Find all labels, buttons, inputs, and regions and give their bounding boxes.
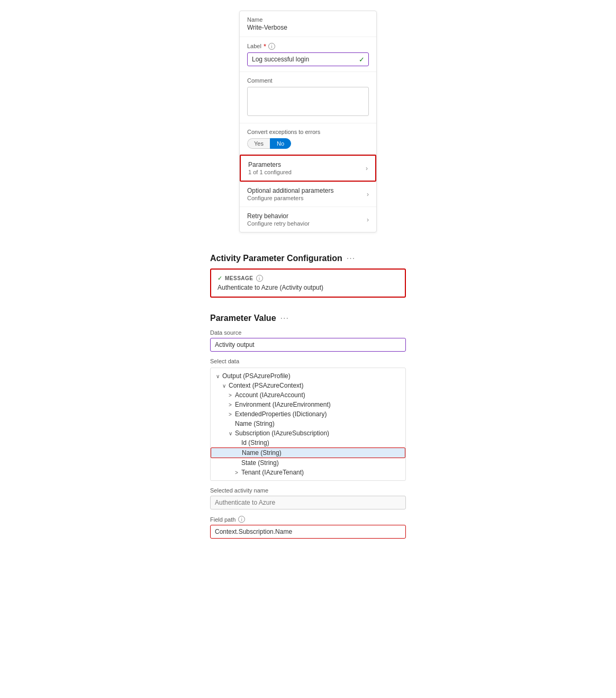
- field-path-info-icon[interactable]: i: [238, 516, 245, 523]
- message-info-icon[interactable]: i: [256, 275, 263, 282]
- label-section: Label * i ✓: [240, 37, 376, 72]
- pv-more-icon[interactable]: ···: [280, 314, 289, 323]
- label-info-icon[interactable]: i: [268, 43, 275, 50]
- selected-activity-input: [210, 496, 406, 509]
- tree-item[interactable]: > Environment (IAzureEnvironment): [211, 400, 405, 409]
- tree-item[interactable]: ∨ Subscription (IAzureSubscription): [211, 428, 405, 438]
- toggle-yes[interactable]: Yes: [247, 138, 270, 149]
- message-header: ✓ MESSAGE i: [218, 275, 398, 282]
- pv-header: Parameter Value ···: [210, 314, 406, 323]
- tree-item[interactable]: ∨ Context (PSAzureContext): [211, 381, 405, 390]
- retry-behavior-subtitle: Configure retry behavior: [247, 220, 310, 227]
- tree-item[interactable]: Name (String): [211, 419, 405, 428]
- optional-parameters-title: Optional additional parameters: [247, 187, 333, 194]
- comment-label: Comment: [247, 77, 369, 84]
- select-data-label: Select data: [210, 358, 406, 364]
- field-path-input[interactable]: [210, 525, 406, 539]
- comment-section: Comment: [240, 72, 376, 123]
- label-check-icon: ✓: [359, 56, 365, 64]
- retry-behavior-item[interactable]: Retry behavior Configure retry behavior …: [240, 207, 376, 232]
- apc-title: Activity Parameter Configuration: [210, 254, 342, 263]
- apc-header: Activity Parameter Configuration ···: [210, 254, 406, 263]
- required-indicator: *: [264, 42, 266, 50]
- message-box: ✓ MESSAGE i Authenticate to Azure (Activ…: [210, 269, 406, 298]
- tree-item[interactable]: > ExtendedProperties (IDictionary): [211, 409, 405, 419]
- optional-parameters-content: Optional additional parameters Configure…: [247, 187, 333, 201]
- parameters-title: Parameters: [248, 161, 292, 168]
- tree-item[interactable]: ∨ Output (PSAzureProfile): [211, 371, 405, 381]
- parameters-content: Parameters 1 of 1 configured: [248, 161, 292, 175]
- parameters-subtitle: 1 of 1 configured: [248, 169, 292, 175]
- optional-parameters-chevron-icon: ›: [367, 191, 369, 198]
- toggle-no[interactable]: No: [270, 138, 291, 149]
- retry-behavior-title: Retry behavior: [247, 212, 310, 220]
- field-path-row: Field path i: [210, 516, 406, 523]
- retry-behavior-content: Retry behavior Configure retry behavior: [247, 212, 310, 227]
- message-label: MESSAGE: [225, 275, 253, 281]
- data-tree: ∨ Output (PSAzureProfile)∨ Context (PSAz…: [210, 368, 406, 481]
- data-source-label: Data source: [210, 329, 406, 336]
- name-label: Name: [247, 16, 369, 23]
- selected-activity-label: Selected activity name: [210, 487, 406, 494]
- message-check-icon: ✓: [218, 275, 222, 282]
- data-source-input[interactable]: [210, 338, 406, 352]
- label-input[interactable]: [247, 52, 369, 66]
- tree-item[interactable]: > Account (IAzureAccount): [211, 390, 405, 400]
- name-value: Write-Verbose: [247, 24, 369, 31]
- optional-parameters-item[interactable]: Optional additional parameters Configure…: [240, 182, 376, 207]
- message-value: Authenticate to Azure (Activity output): [218, 284, 398, 291]
- toggle-row: Yes No: [247, 138, 369, 149]
- convert-exceptions-label: Convert exceptions to errors: [247, 129, 369, 135]
- pv-title: Parameter Value: [210, 314, 276, 323]
- parameters-section[interactable]: Parameters 1 of 1 configured ›: [240, 155, 376, 182]
- tree-item[interactable]: Id (String): [211, 438, 405, 448]
- convert-exceptions-section: Convert exceptions to errors Yes No: [240, 123, 376, 155]
- tree-item[interactable]: Name (String): [211, 448, 405, 458]
- name-section: Name Write-Verbose: [240, 11, 376, 37]
- comment-textarea[interactable]: [247, 87, 369, 116]
- activity-parameter-config-section: Activity Parameter Configuration ··· ✓ M…: [210, 254, 406, 298]
- retry-behavior-chevron-icon: ›: [367, 216, 369, 223]
- tree-item[interactable]: > Tenant (IAzureTenant): [211, 468, 405, 477]
- field-path-label: Field path: [210, 516, 235, 523]
- tree-item[interactable]: State (String): [211, 458, 405, 468]
- label-label: Label: [247, 43, 261, 49]
- optional-parameters-subtitle: Configure parameters: [247, 195, 333, 201]
- apc-more-icon[interactable]: ···: [347, 254, 355, 263]
- parameters-chevron-icon: ›: [366, 165, 368, 172]
- parameter-value-section: Parameter Value ··· Data source Select d…: [210, 314, 406, 539]
- activity-settings-panel: Name Write-Verbose Label * i ✓ Comment C…: [239, 11, 377, 232]
